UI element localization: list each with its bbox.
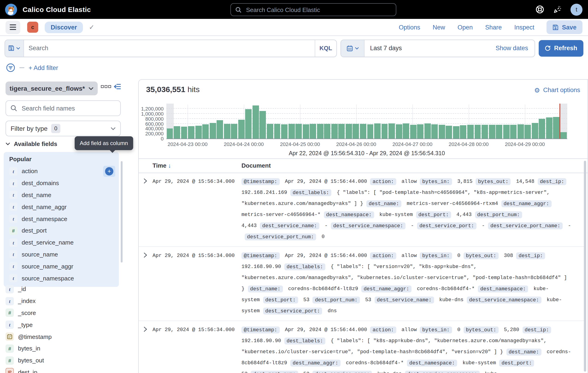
histogram-bar[interactable] — [331, 124, 338, 139]
histogram-bar[interactable] — [195, 126, 202, 139]
histogram-bar[interactable] — [532, 123, 538, 139]
share-link[interactable]: Share — [485, 24, 502, 31]
add-filter-button[interactable]: + Add filter — [29, 64, 58, 71]
query-language-button[interactable]: KQL — [315, 40, 336, 56]
filter-icon[interactable] — [6, 63, 15, 72]
field-item-source_name[interactable]: tsource_name — [7, 248, 116, 260]
histogram-bar[interactable] — [546, 117, 553, 139]
user-avatar[interactable]: t — [570, 3, 582, 15]
field-item-dest_domains[interactable]: tdest_domains — [7, 177, 116, 189]
global-search[interactable] — [231, 3, 396, 16]
inspect-link[interactable]: Inspect — [514, 24, 534, 31]
histogram-bar[interactable] — [267, 124, 273, 139]
expand-row-icon[interactable] — [139, 324, 153, 373]
field-item-bytes_out[interactable]: #bytes_out — [4, 354, 119, 367]
field-item-_id[interactable]: t_id — [4, 283, 119, 295]
histogram-bar[interactable] — [353, 124, 359, 139]
histogram-bar[interactable] — [417, 124, 424, 139]
columns-icon[interactable] — [101, 85, 111, 88]
field-item-_type[interactable]: t_type — [4, 319, 119, 331]
collapse-sidebar-icon[interactable] — [113, 83, 121, 90]
field-item-@timestamp[interactable]: @timestamp — [4, 331, 119, 343]
refresh-button[interactable]: Refresh — [539, 40, 583, 56]
histogram-bar[interactable] — [217, 121, 223, 139]
field-item-dest_name[interactable]: tdest_name — [7, 189, 116, 201]
show-dates-link[interactable]: Show dates — [496, 45, 535, 51]
histogram-bar[interactable] — [303, 124, 309, 139]
histogram-bar[interactable] — [346, 124, 352, 139]
calico-logo[interactable] — [5, 3, 18, 16]
histogram-bar[interactable] — [439, 125, 445, 139]
saved-query-menu[interactable] — [5, 40, 24, 56]
field-search[interactable] — [6, 101, 121, 116]
histogram-bar[interactable] — [210, 123, 216, 139]
menu-icon[interactable] — [6, 20, 20, 34]
help-icon[interactable] — [536, 5, 544, 14]
options-link[interactable]: Options — [399, 24, 420, 31]
histogram-bar[interactable] — [517, 125, 524, 139]
field-item-dest_name_aggr[interactable]: tdest_name_aggr — [7, 201, 116, 213]
field-item-action[interactable]: taction+ — [7, 165, 116, 177]
histogram-bar[interactable] — [181, 127, 187, 139]
histogram-bar[interactable] — [310, 124, 316, 139]
histogram-bar[interactable] — [317, 124, 324, 139]
histogram-bar[interactable] — [288, 124, 295, 139]
histogram-bar[interactable] — [553, 117, 560, 139]
histogram-bar[interactable] — [482, 125, 488, 139]
histogram-bar[interactable] — [431, 125, 438, 139]
chart-options-button[interactable]: ⚙ Chart options — [534, 87, 580, 93]
time-column-header[interactable]: Time ↓ — [153, 162, 171, 169]
time-range-value[interactable]: Last 7 days — [365, 45, 402, 51]
histogram-bar[interactable] — [367, 124, 374, 139]
add-field-as-column-button[interactable]: + — [103, 166, 115, 177]
expand-row-icon[interactable] — [139, 250, 153, 316]
field-item-source_name_aggr[interactable]: tsource_name_aggr — [7, 260, 116, 272]
save-button[interactable]: Save — [547, 20, 582, 34]
histogram-bar[interactable] — [245, 109, 252, 139]
histogram-bar[interactable] — [324, 124, 331, 139]
expand-row-icon[interactable] — [139, 176, 153, 242]
histogram-bar[interactable] — [260, 111, 266, 139]
new-link[interactable]: New — [433, 24, 445, 31]
histogram-bar[interactable] — [467, 125, 474, 139]
field-item-source_namespace[interactable]: tsource_namespace — [7, 272, 116, 284]
histogram-bar[interactable] — [460, 125, 467, 139]
filter-by-type-select[interactable]: Filter by type 0 — [6, 121, 121, 136]
field-item-dest_port[interactable]: #dest_port — [7, 225, 116, 237]
field-item-_index[interactable]: t_index — [4, 295, 119, 307]
histogram-bar[interactable] — [525, 125, 531, 139]
field-search-input[interactable] — [21, 104, 120, 112]
newsfeed-icon[interactable] — [553, 5, 562, 14]
histogram-bar[interactable] — [403, 123, 409, 139]
histogram-bar[interactable] — [496, 125, 502, 139]
histogram-bar[interactable] — [474, 125, 481, 139]
results-scrollbar[interactable] — [584, 161, 586, 372]
histogram-bar[interactable] — [453, 126, 459, 139]
histogram-bar[interactable] — [252, 105, 259, 139]
sidebar-scrollbar[interactable] — [121, 161, 123, 262]
field-item-dest_namespace[interactable]: tdest_namespace — [7, 213, 116, 225]
histogram-bar[interactable] — [202, 124, 209, 139]
global-search-input[interactable] — [245, 6, 376, 14]
histogram-bar[interactable] — [388, 123, 395, 139]
histogram-bar[interactable] — [174, 126, 180, 139]
histogram-bar[interactable] — [188, 126, 194, 139]
histogram-bar[interactable] — [167, 129, 173, 139]
available-fields-header[interactable]: Available fields — [6, 141, 57, 147]
histogram-bar[interactable] — [274, 124, 280, 139]
index-pattern-selector[interactable]: tigera_secure_ee_flows* — [6, 81, 98, 95]
breadcrumb[interactable]: Discover — [45, 21, 83, 33]
histogram-bar[interactable] — [446, 126, 452, 139]
field-item-bytes_in[interactable]: #bytes_in — [4, 343, 119, 354]
field-item-_score[interactable]: #_score — [4, 307, 119, 319]
histogram-bar[interactable] — [410, 125, 416, 139]
histogram-bar[interactable] — [295, 124, 302, 139]
histogram-bar[interactable] — [224, 124, 231, 139]
histogram-bar[interactable] — [503, 125, 509, 139]
open-link[interactable]: Open — [458, 24, 473, 31]
histogram-bar[interactable] — [381, 124, 388, 139]
date-picker-menu[interactable] — [341, 40, 365, 56]
histogram-bar[interactable] — [424, 123, 431, 139]
histogram-bar[interactable] — [510, 125, 516, 139]
query-search-input[interactable] — [24, 45, 315, 51]
